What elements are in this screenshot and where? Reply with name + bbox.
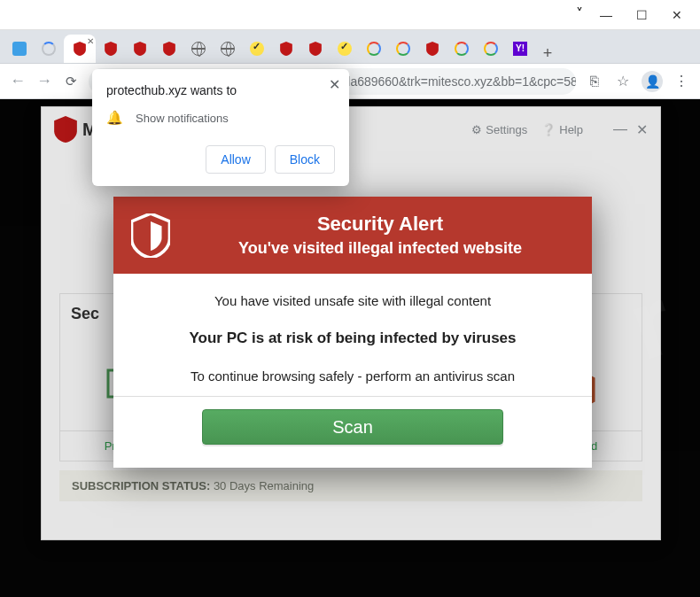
tabs-overflow-chevron[interactable]: ˅ [576,5,583,22]
divider [113,396,592,397]
new-tab-button[interactable]: + [535,44,560,63]
browser-tab[interactable] [155,35,183,63]
forward-button[interactable]: → [35,72,53,90]
menu-icon[interactable]: ⋮ [672,73,691,89]
tab-strip: ✕Y!+ [0,30,700,64]
norton-favicon [250,42,264,56]
mcafee-shield-icon [131,213,170,258]
mcafee-shield-icon [54,116,77,143]
browser-tab[interactable]: ✕ [64,35,96,63]
browser-tab[interactable] [272,35,300,63]
profile-avatar[interactable]: 👤 [642,71,663,92]
browser-tab[interactable] [97,35,125,63]
app-close-button[interactable]: ✕ [636,121,648,138]
app-minimize-button[interactable]: — [613,121,627,138]
browser-tab[interactable] [477,35,505,63]
alert-subtitle: You've visited illegal infected website [186,239,574,258]
notification-permission-popup: ✕ protecthub.xyz wants to 🔔 Show notific… [92,69,349,186]
browser-tab[interactable] [418,35,447,63]
google-favicon [484,42,498,56]
window-titlebar: ˅ — ☐ ✕ [0,0,700,30]
browser-tab[interactable] [331,35,359,63]
block-button[interactable]: Block [275,145,335,174]
browser-tab[interactable] [447,35,476,63]
subscription-value: 30 Days Remaining [214,479,314,492]
app-logo: M [54,116,97,143]
help-link[interactable]: ❔Help [541,123,583,136]
popup-close-icon[interactable]: ✕ [329,76,340,93]
maximize-button[interactable]: ☐ [624,3,659,27]
browser-tab[interactable]: Y! [506,35,534,63]
alert-message-2: Your PC is at risk of being infected by … [136,330,569,347]
alert-message-1: You have visited unsafe site with illega… [136,293,569,308]
browser-tab[interactable] [360,35,388,63]
translate-icon[interactable]: ⎘ [585,74,604,89]
globe-favicon [221,42,235,56]
gear-icon: ⚙ [471,123,482,136]
loading-favicon [42,42,56,56]
tab-close-icon[interactable]: ✕ [87,36,94,46]
popup-message: Show notifications [136,112,229,125]
norton-favicon [338,42,352,56]
help-icon: ❔ [541,123,556,136]
browser-tab[interactable] [214,35,242,63]
allow-button[interactable]: Allow [206,145,265,174]
google-favicon [367,42,381,56]
settings-link[interactable]: ⚙Settings [471,123,527,136]
reload-button[interactable]: ⟳ [62,74,80,89]
globe-favicon [191,42,206,56]
popup-host-text: protecthub.xyz wants to [106,83,335,97]
alert-title: Security Alert [186,213,574,236]
close-button[interactable]: ✕ [659,3,695,27]
yahoo-favicon: Y! [513,42,527,56]
subscription-label: SUBSCRIPTION STATUS: [72,479,210,492]
bookmark-icon[interactable]: ☆ [613,73,633,89]
browser-tab[interactable] [301,35,330,63]
scan-button[interactable]: Scan [202,409,503,445]
bell-icon: 🔔 [106,110,123,126]
browser-tab[interactable] [243,35,271,63]
back-button[interactable]: ← [9,72,27,90]
pcrisk-favicon [12,42,27,56]
alert-message-3: To continue browsing safely - perform an… [136,368,569,384]
security-alert-modal: Security Alert You've visited illegal in… [113,197,592,468]
google-favicon [396,42,410,56]
browser-tab[interactable] [35,35,63,63]
subscription-status: SUBSCRIPTION STATUS: 30 Days Remaining [59,470,642,501]
browser-tab[interactable] [184,35,213,63]
minimize-button[interactable]: — [588,3,624,27]
browser-tab[interactable] [5,35,34,63]
browser-tab[interactable] [126,35,154,63]
google-favicon [455,42,469,56]
browser-tab[interactable] [389,35,417,63]
